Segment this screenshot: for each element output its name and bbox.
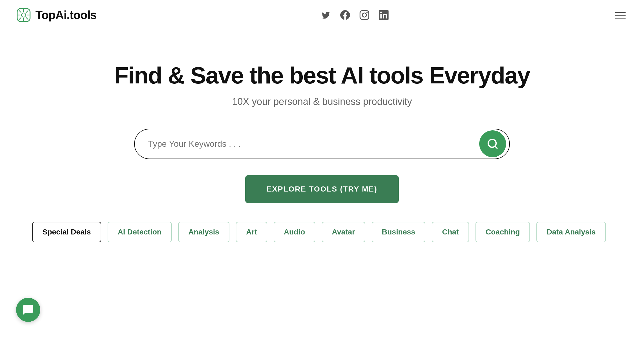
linkedin-icon[interactable] [379, 10, 389, 20]
hamburger-line-3 [615, 18, 626, 19]
header: TopAi.tools [0, 0, 644, 30]
chat-bubble[interactable] [16, 298, 40, 322]
facebook-icon[interactable] [340, 10, 350, 20]
hamburger-line-1 [615, 12, 626, 13]
social-icons-group [321, 10, 389, 20]
category-tag-analysis[interactable]: Analysis [178, 222, 229, 242]
logo[interactable]: TopAi.tools [16, 8, 97, 23]
category-tag-coaching[interactable]: Coaching [475, 222, 530, 242]
svg-line-11 [495, 146, 497, 148]
svg-point-1 [21, 13, 26, 17]
search-bar [134, 129, 510, 159]
logo-icon [16, 8, 31, 23]
svg-line-8 [26, 10, 28, 13]
category-tag-business[interactable]: Business [372, 222, 426, 242]
logo-text: TopAi.tools [35, 8, 97, 22]
category-tag-special-deals[interactable]: Special Deals [32, 222, 101, 242]
category-tag-ai-detection[interactable]: AI Detection [108, 222, 172, 242]
search-container [134, 129, 510, 159]
search-input[interactable] [135, 129, 479, 159]
category-tag-chat[interactable]: Chat [432, 222, 469, 242]
category-tag-avatar[interactable]: Avatar [322, 222, 365, 242]
hero-subtitle: 10X your personal & business productivit… [232, 96, 412, 107]
categories-scroll: Special DealsAI DetectionAnalysisArtAudi… [32, 222, 612, 242]
svg-line-6 [19, 10, 21, 13]
instagram-icon[interactable] [360, 10, 369, 20]
search-button[interactable] [479, 130, 506, 157]
svg-line-9 [19, 17, 21, 20]
category-tag-audio[interactable]: Audio [274, 222, 315, 242]
hamburger-line-2 [615, 15, 626, 16]
explore-button[interactable]: EXPLORE TOOLS (TRY ME) [245, 175, 399, 203]
hero-section: Find & Save the best AI tools Everyday 1… [0, 30, 644, 264]
search-icon [487, 138, 499, 150]
svg-line-7 [26, 17, 28, 20]
categories-container: Special DealsAI DetectionAnalysisArtAudi… [16, 222, 628, 242]
chat-bubble-icon [22, 304, 34, 316]
twitter-icon[interactable] [321, 10, 331, 20]
hamburger-menu[interactable] [613, 10, 628, 21]
hero-title: Find & Save the best AI tools Everyday [114, 63, 530, 89]
category-tag-art[interactable]: Art [236, 222, 267, 242]
category-tag-data-analysis[interactable]: Data Analysis [536, 222, 606, 242]
